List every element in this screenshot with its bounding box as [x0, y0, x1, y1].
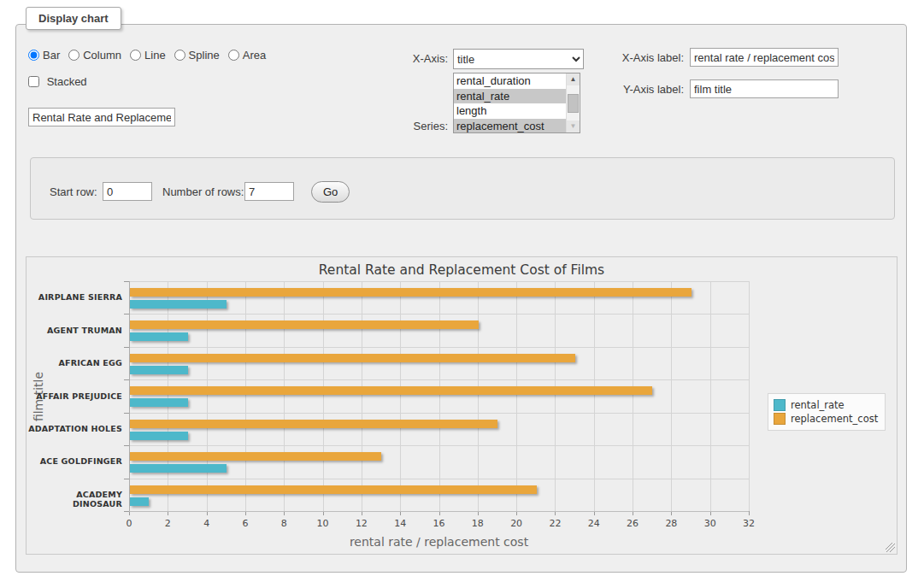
chart-container: Rental Rate and Replacement Cost of Film… [26, 256, 898, 555]
series-scrollbar[interactable]: ▲ ▼ [566, 73, 580, 132]
scroll-down-icon[interactable]: ▼ [567, 121, 580, 132]
x-tick-label: 26 [627, 518, 639, 529]
chart-type-radio-line[interactable] [130, 50, 141, 61]
x-axis-label-input[interactable] [690, 48, 839, 67]
gridline-x-14 [400, 281, 401, 511]
y-axis-label-input[interactable] [690, 79, 839, 98]
y-axis-line [129, 281, 130, 511]
category-label: ADAPTATION HOLES [26, 424, 122, 433]
category-label: AIRPLANE SIERRA [26, 292, 122, 302]
x-tick-label: 4 [203, 518, 209, 529]
gridline-x-8 [284, 281, 285, 511]
gridline-x-30 [710, 281, 711, 511]
gridline-x-28 [671, 281, 672, 511]
x-tick-label: 8 [281, 518, 287, 529]
gridline-band [129, 281, 749, 282]
legend-swatch-rental_rate [774, 399, 786, 411]
series-list-label: Series: [386, 120, 448, 132]
bar-rental_rate[interactable] [130, 332, 188, 341]
chart-type-label-line[interactable]: Line [144, 49, 166, 62]
bar-rental_rate[interactable] [130, 464, 227, 473]
chart-type-label-bar[interactable]: Bar [43, 49, 60, 62]
chart-type-radio-group: BarColumnLineSplineArea [28, 49, 274, 62]
category-label: AGENT TRUMAN [26, 326, 122, 335]
number-of-rows-input[interactable] [244, 182, 294, 201]
series-option-rental_duration[interactable]: rental_duration [454, 73, 566, 89]
x-tick-label: 10 [317, 518, 329, 529]
bar-replacement_cost[interactable] [130, 386, 652, 395]
gridline-band [129, 314, 749, 315]
go-button[interactable]: Go [311, 181, 350, 203]
bar-replacement_cost[interactable] [130, 485, 537, 494]
resize-grip[interactable] [886, 543, 895, 552]
gridline-x-12 [362, 281, 362, 511]
gridline-band [129, 413, 749, 414]
bar-replacement_cost[interactable] [130, 452, 381, 461]
gridline-x-2 [168, 281, 168, 511]
bar-replacement_cost[interactable] [130, 420, 497, 428]
stacked-checkbox[interactable] [28, 76, 39, 87]
gridline-band [129, 445, 749, 446]
category-label: ACE GOLDFINGER [26, 456, 122, 466]
x-tick-label: 32 [743, 518, 755, 529]
x-tick-label: 22 [549, 518, 561, 529]
chart-type-radio-column[interactable] [68, 50, 79, 61]
legend-label: replacement_cost [791, 413, 878, 425]
number-of-rows-label: Number of rows: [162, 185, 244, 198]
scrollbar-thumb[interactable] [568, 94, 579, 113]
stacked-checkbox-row: Stacked [28, 75, 87, 88]
gridline-x-24 [594, 281, 595, 511]
gridline-x-22 [555, 281, 556, 511]
gridline-band [129, 347, 749, 348]
bar-rental_rate[interactable] [130, 300, 227, 309]
bar-rental_rate[interactable] [130, 497, 149, 506]
bar-rental_rate[interactable] [130, 366, 188, 374]
stacked-label[interactable]: Stacked [47, 75, 87, 88]
scrollbar-track[interactable] [567, 85, 580, 121]
chart-type-label-spline[interactable]: Spline [189, 49, 220, 62]
start-row-input[interactable] [103, 182, 152, 201]
category-label: ACADEMY DINOSAUR [26, 490, 122, 509]
y-axis-label-field-label: Y-Axis label: [597, 83, 684, 96]
legend-item-rental_rate[interactable]: rental_rate [774, 399, 878, 411]
chart-type-label-area[interactable]: Area [243, 49, 266, 62]
chart-type-radio-spline[interactable] [174, 50, 185, 61]
x-axis-line [129, 511, 749, 512]
bar-rental_rate[interactable] [130, 398, 188, 407]
bar-replacement_cost[interactable] [130, 354, 575, 362]
x-tick-label: 24 [588, 518, 600, 529]
x-tick-label: 20 [510, 518, 522, 529]
gridline-x-6 [245, 281, 246, 511]
x-tick-label: 28 [665, 518, 677, 529]
gridline-x-18 [478, 281, 479, 511]
gridline-band [129, 379, 749, 380]
gridline-x-10 [323, 281, 324, 511]
x-axis-label-field-label: X-Axis label: [597, 51, 684, 64]
x-axis-select-label: X-Axis: [386, 52, 448, 65]
series-option-rental_rate[interactable]: rental_rate [454, 89, 566, 104]
scroll-up-icon[interactable]: ▲ [567, 73, 580, 85]
gridline-x-4 [207, 281, 208, 511]
chart-legend: rental_ratereplacement_cost [768, 393, 886, 431]
chart-type-label-column[interactable]: Column [83, 49, 121, 62]
x-tick-label: 16 [433, 518, 445, 529]
series-option-replacement_cost[interactable]: replacement_cost [454, 119, 566, 133]
gridline-x-16 [439, 281, 440, 511]
x-axis-title: rental rate / replacement cost [350, 535, 528, 549]
bar-rental_rate[interactable] [130, 432, 188, 440]
legend-swatch-replacement_cost [774, 413, 786, 425]
x-axis-select[interactable]: title [453, 49, 584, 69]
chart-title: Rental Rate and Replacement Cost of Film… [26, 262, 897, 278]
gridline-band [129, 479, 749, 479]
chart-title-input[interactable] [28, 108, 175, 126]
legend-label: rental_rate [791, 399, 845, 411]
series-listbox[interactable]: rental_durationrental_ratelengthreplacem… [453, 73, 580, 133]
bar-replacement_cost[interactable] [130, 320, 479, 329]
bar-replacement_cost[interactable] [130, 288, 692, 297]
chart-type-radio-bar[interactable] [28, 50, 39, 61]
x-tick-label: 2 [165, 518, 171, 529]
chart-type-radio-area[interactable] [228, 50, 239, 61]
legend-item-replacement_cost[interactable]: replacement_cost [774, 413, 878, 425]
series-option-length[interactable]: length [454, 103, 566, 119]
x-tick-label: 30 [704, 518, 716, 529]
